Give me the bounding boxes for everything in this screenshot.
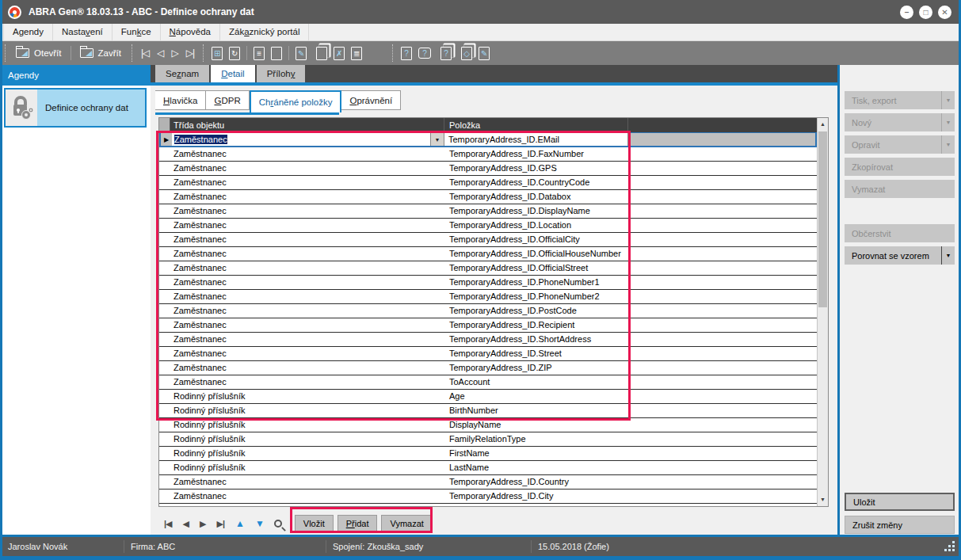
row-first-icon[interactable]: |◀	[158, 519, 177, 529]
row-next-icon[interactable]: ▶	[194, 519, 211, 529]
edit-document-icon[interactable]: ✎	[296, 47, 307, 60]
resize-grip[interactable]	[945, 542, 955, 551]
table-row[interactable]: Rodinný příslušníkFirstName	[159, 447, 817, 461]
menu-item-agendy[interactable]: Agendy	[3, 24, 53, 40]
table-insert-icon[interactable]: ⊞	[212, 47, 223, 60]
vlozit-button[interactable]: Vložit	[295, 515, 334, 533]
table-row[interactable]: Rodinný příslušníkDisplayName	[159, 418, 817, 432]
dropdown-arrow-icon[interactable]: ▼	[941, 135, 955, 154]
column-header-polozka[interactable]: Položka	[444, 118, 628, 132]
cancel-changes-button[interactable]: Zrušit změny	[845, 516, 955, 534]
subtab-hlavicka[interactable]: Hlavička	[155, 90, 206, 110]
vymazat-button[interactable]: Vymazat	[845, 180, 955, 198]
table-row[interactable]: ZaměstnanecTemporaryAddress_ID.PhoneNumb…	[159, 276, 817, 290]
discard-document-icon[interactable]: ✗	[334, 47, 345, 60]
scroll-down-icon[interactable]: ▼	[818, 493, 828, 506]
label-post: DPR	[221, 96, 240, 105]
table-row[interactable]: ZaměstnanecTemporaryAddress_ID.DisplayNa…	[159, 204, 817, 219]
scrollbar-thumb[interactable]	[818, 131, 827, 307]
edit-note-icon[interactable]: ✎	[479, 47, 490, 60]
table-row[interactable]: Rodinný příslušníkLastName	[159, 461, 817, 475]
tab-detail[interactable]: Detail	[211, 65, 254, 82]
table-row[interactable]: ZaměstnanecTemporaryAddress_ID.Recipient	[159, 318, 817, 333]
table-row[interactable]: ZaměstnanecTemporaryAddress_ID.OfficialC…	[159, 233, 817, 247]
menu-item-funkce[interactable]: Funkce	[112, 24, 161, 40]
subtab-chranene-polozky[interactable]: Chráněné položky	[250, 90, 342, 112]
first-record-icon[interactable]: |◁	[137, 48, 153, 59]
print-icon[interactable]: ≡	[254, 47, 265, 60]
table-row[interactable]: Rodinný příslušníkAge	[159, 390, 817, 404]
next-record-icon[interactable]: ▷	[168, 48, 182, 59]
copy-document-icon[interactable]	[316, 47, 327, 60]
cell-object-class: Zaměstnanec	[170, 276, 444, 289]
dropdown-arrow-icon[interactable]: ▼	[941, 113, 955, 131]
table-row[interactable]: ZaměstnanecTemporaryAddress_ID.GPS	[159, 162, 817, 176]
column-header-trida-objektu[interactable]: Třída objektu	[170, 118, 444, 132]
object-class-combobox[interactable]: Zaměstnanec▼	[172, 133, 444, 146]
table-row[interactable]: ZaměstnanecTemporaryAddress_ID.Street	[159, 347, 817, 361]
save-button[interactable]: Uložit	[845, 493, 955, 511]
row-previous-icon[interactable]: ◀	[177, 519, 194, 529]
close-button[interactable]: Zavřít	[74, 44, 127, 63]
move-up-icon[interactable]: ▲	[230, 518, 250, 529]
open-button[interactable]: Otevřít	[10, 44, 67, 63]
zkopirovat-button[interactable]: Zkopírovat	[845, 158, 955, 176]
table-row[interactable]: ZaměstnanecTemporaryAddress_ID.PostCode	[159, 304, 817, 318]
maximize-button[interactable]: □	[919, 6, 932, 19]
item-edit-field[interactable]: TemporaryAddress_ID.EMail	[444, 133, 628, 146]
tab-prilohy[interactable]: Přílohy	[257, 65, 306, 82]
close-button[interactable]: ✕	[938, 6, 951, 19]
table-row[interactable]: ZaměstnanecTemporaryAddress_ID.ZIP	[159, 361, 817, 375]
menu-item-nastaveni[interactable]: Nastavení	[53, 24, 112, 40]
pridat-button[interactable]: Přidat	[337, 515, 378, 533]
dropdown-arrow-icon[interactable]: ▼	[941, 91, 955, 109]
table-row[interactable]: ZaměstnanecToAccount	[159, 375, 817, 390]
table-row[interactable]: ZaměstnanecTemporaryAddress_ID.PhoneNumb…	[159, 290, 817, 304]
label-pre: Zák	[229, 27, 244, 36]
table-row[interactable]: ZaměstnanecTemporaryAddress_ID.Databox	[159, 190, 817, 204]
previous-record-icon[interactable]: ◁	[153, 48, 167, 59]
row-last-icon[interactable]: ▶|	[211, 519, 230, 529]
table-row[interactable]: ZaměstnanecTemporaryAddress_ID.City	[159, 490, 817, 504]
menu-item-napoveda[interactable]: Nápověda	[161, 24, 220, 40]
context-help-icon[interactable]: ?	[418, 48, 431, 59]
obcerstvit-button[interactable]: Občerstvit	[845, 224, 955, 242]
porovnat-se-vzorem-button[interactable]: Porovnat se vzorem▼	[845, 246, 955, 265]
table-row[interactable]: ZaměstnanecTemporaryAddress_ID.OfficialH…	[159, 247, 817, 261]
help-topics-icon[interactable]: ?	[440, 47, 452, 60]
row-marker-cell	[159, 375, 170, 389]
combobox-dropdown-button[interactable]: ▼	[430, 133, 444, 146]
table-row[interactable]: Rodinný příslušníkFamilyRelationType	[159, 432, 817, 447]
search-icon[interactable]	[274, 520, 282, 528]
subtab-gdpr[interactable]: GDPR	[206, 90, 249, 110]
dropdown-arrow-icon[interactable]: ▼	[941, 246, 955, 265]
last-record-icon[interactable]: ▷|	[182, 48, 198, 59]
related-docs-icon[interactable]: ◇	[461, 47, 472, 60]
sidebar-item-definice-ochrany-dat[interactable]: Definice ochrany dat	[4, 88, 147, 128]
table-row[interactable]: Rodinný příslušníkBirthNumber	[159, 404, 817, 418]
tisk-export-button[interactable]: Tisk, export▼	[845, 91, 955, 109]
subtab-opravneni[interactable]: Oprávnění	[341, 90, 401, 110]
novy-button[interactable]: Nový▼	[845, 113, 955, 131]
new-document-icon[interactable]	[271, 47, 282, 60]
table-row[interactable]: ZaměstnanecTemporaryAddress_ID.FaxNumber	[159, 147, 817, 162]
help-icon[interactable]: ?	[401, 47, 412, 60]
move-down-icon[interactable]: ▼	[250, 518, 269, 529]
table-row[interactable]: ZaměstnanecTemporaryAddress_ID.OfficialS…	[159, 261, 817, 276]
table-row[interactable]: ZaměstnanecTemporaryAddress_ID.Location	[159, 219, 817, 233]
table-row[interactable]: ZaměstnanecTemporaryAddress_ID.ShortAddr…	[159, 333, 817, 347]
scroll-up-icon[interactable]: ▲	[818, 118, 828, 131]
opravit-button[interactable]: Opravit▼	[845, 135, 955, 154]
menu-item-zakaznicky-portal[interactable]: Zákaznický portál	[220, 24, 310, 40]
table-row[interactable]: ZaměstnanecTemporaryAddress_ID.CountryCo…	[159, 176, 817, 190]
document-list-icon[interactable]: ≣	[351, 47, 362, 60]
vertical-scrollbar[interactable]: ▲ ▼	[817, 118, 828, 506]
open-folder-icon	[16, 48, 29, 58]
minimize-button[interactable]: –	[900, 6, 913, 19]
cell-object-class: Zaměstnanec	[170, 490, 444, 503]
table-row-selected[interactable]: ▶Zaměstnanec▼TemporaryAddress_ID.EMail	[159, 132, 817, 147]
vymazat-button[interactable]: Vymazat	[381, 515, 432, 533]
table-row[interactable]: ZaměstnanecTemporaryAddress_ID.Country	[159, 475, 817, 490]
tab-seznam[interactable]: Seznam	[155, 65, 209, 82]
refresh-icon[interactable]: ↻	[229, 47, 240, 60]
